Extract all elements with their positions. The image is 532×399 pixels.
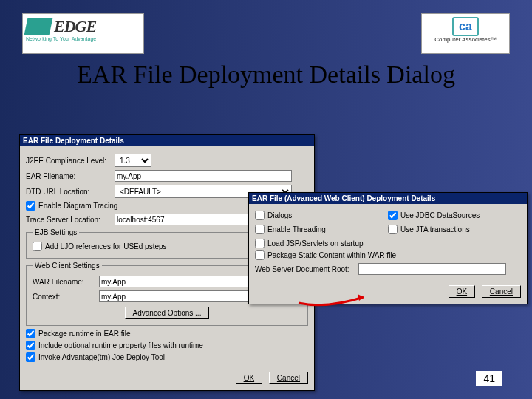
use-jta-checkbox[interactable]: [388, 225, 398, 234]
enable-threading-checkbox[interactable]: [255, 225, 265, 234]
edge-logo-box: EDGE Networking To Your Advantage: [22, 13, 144, 54]
docroot-label: Web Server Document Root:: [255, 265, 358, 273]
include-optional-label: Include optional runtime property files …: [38, 341, 203, 349]
ejb-legend: EJB Settings: [33, 228, 79, 236]
pkg-runtime-checkbox[interactable]: [26, 329, 35, 338]
context-label: Context:: [33, 293, 99, 301]
package-static-checkbox[interactable]: [255, 250, 265, 260]
dialogs-checkbox[interactable]: [255, 211, 265, 220]
ear-filename-label: EAR Filename:: [26, 172, 115, 180]
use-jta-label: Use JTA transactions: [400, 225, 470, 233]
dialogs-label: Dialogs: [267, 211, 292, 219]
edge-logo-icon: [24, 18, 53, 35]
ca-logo-text: Computer Associates™: [423, 36, 508, 43]
use-jdbc-label: Use JDBC DataSources: [400, 211, 480, 219]
ca-logo-box: ca Computer Associates™: [421, 13, 510, 54]
adv-ok-button[interactable]: OK: [449, 285, 475, 298]
dtd-label: DTD URL Location:: [26, 188, 115, 196]
diagram-tracing-checkbox[interactable]: [26, 201, 35, 211]
advanced-dialog-title: EAR File (Advanced Web Client) Deploymen…: [249, 193, 527, 204]
trace-server-label: Trace Server Location:: [26, 216, 115, 224]
load-jsp-checkbox[interactable]: [255, 239, 265, 248]
docroot-input[interactable]: [358, 263, 506, 275]
invoke-joe-checkbox[interactable]: [26, 352, 35, 362]
advanced-dialog: EAR File (Advanced Web Client) Deploymen…: [248, 192, 528, 304]
advanced-options-button[interactable]: Advanced Options ...: [125, 307, 210, 319]
enable-threading-label: Enable Threading: [267, 225, 326, 233]
slide-number: 41: [476, 371, 502, 386]
main-ok-button[interactable]: OK: [236, 372, 262, 384]
load-jsp-label: Load JSP/Servlets on startup: [267, 239, 364, 248]
package-static-label: Package Static Content within WAR file: [267, 251, 396, 259]
edge-tagline: Networking To Your Advantage: [26, 36, 140, 41]
include-optional-checkbox[interactable]: [26, 341, 35, 350]
use-jdbc-checkbox[interactable]: [388, 211, 398, 220]
diagram-tracing-label: Enable Diagram Tracing: [38, 202, 117, 210]
main-cancel-button[interactable]: Cancel: [269, 372, 308, 384]
web-legend: Web Client Settings: [33, 262, 102, 270]
ear-filename-input[interactable]: [115, 170, 292, 182]
invoke-joe-label: Invoke Advantage(tm) Joe Deploy Tool: [38, 353, 165, 361]
j2ee-label: J2EE Compliance Level:: [26, 157, 115, 165]
add-ljo-label: Add LJO references for USEd psteps: [45, 242, 167, 250]
add-ljo-checkbox[interactable]: [33, 242, 42, 251]
war-filename-label: WAR Filename:: [33, 278, 99, 286]
pkg-runtime-label: Package runtime in EAR file: [38, 330, 131, 338]
main-dialog-title: EAR File Deployment Details: [20, 135, 314, 146]
edge-logo-text: EDGE: [54, 17, 96, 36]
adv-cancel-button[interactable]: Cancel: [482, 285, 521, 298]
ca-logo-icon: ca: [452, 17, 479, 36]
slide-title: EAR File Deployment Details Dialog: [0, 61, 532, 88]
j2ee-combo[interactable]: 1.3: [115, 154, 151, 167]
